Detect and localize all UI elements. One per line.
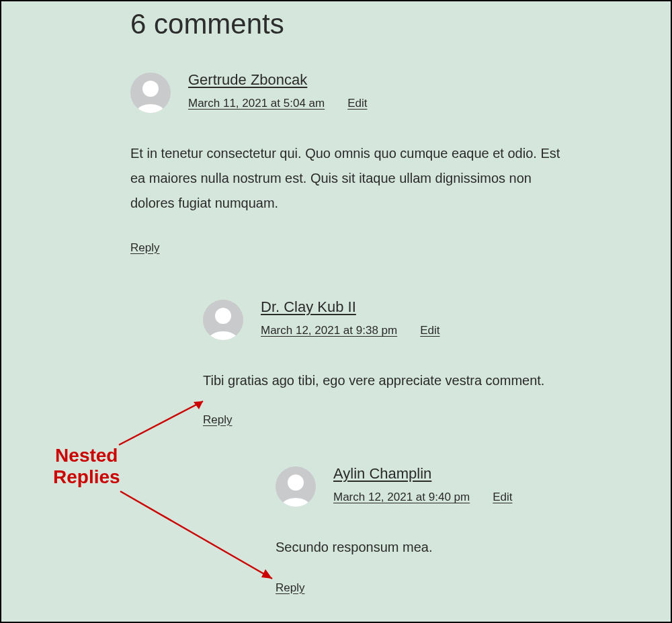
person-icon (276, 466, 316, 507)
comment-header: Gertrude Zboncak March 11, 2021 at 5:04 … (130, 71, 657, 113)
person-icon (203, 300, 243, 340)
svg-point-1 (215, 308, 231, 324)
comment-body: Tibi gratias ago tibi, ego vere apprecia… (203, 368, 599, 393)
edit-link[interactable]: Edit (493, 491, 512, 504)
reply-row: Reply (203, 413, 657, 427)
comment-body: Secundo responsum mea. (276, 535, 657, 560)
comment: Dr. Clay Kub II March 12, 2021 at 9:38 p… (203, 298, 657, 427)
comment-author-link[interactable]: Dr. Clay Kub II (261, 298, 439, 316)
comment-timestamp-link[interactable]: March 12, 2021 at 9:40 pm (333, 491, 470, 504)
arrow-line (120, 491, 272, 579)
reply-row: Reply (130, 241, 657, 255)
comment-meta: Gertrude Zboncak March 11, 2021 at 5:04 … (188, 71, 367, 110)
arrow-head-icon (194, 401, 203, 409)
comment: Gertrude Zboncak March 11, 2021 at 5:04 … (130, 71, 657, 255)
person-icon (130, 73, 171, 113)
reply-link[interactable]: Reply (130, 241, 159, 254)
screenshot-frame: 6 comments Gertrude Zboncak March 11, 20… (0, 0, 672, 623)
reply-link[interactable]: Reply (203, 413, 232, 426)
svg-point-2 (288, 474, 304, 491)
comment-author-link[interactable]: Gertrude Zboncak (188, 71, 367, 89)
edit-link[interactable]: Edit (347, 97, 367, 110)
comment-author-link[interactable]: Aylin Champlin (333, 465, 512, 483)
annotation-label: Nested Replies (53, 445, 120, 488)
comment-header: Aylin Champlin March 12, 2021 at 9:40 pm… (276, 465, 657, 507)
comment-timestamp-link[interactable]: March 12, 2021 at 9:38 pm (261, 324, 397, 337)
comment-subline: March 11, 2021 at 5:04 am Edit (188, 97, 367, 110)
comments-section: 6 comments Gertrude Zboncak March 11, 20… (1, 1, 671, 622)
comment-header: Dr. Clay Kub II March 12, 2021 at 9:38 p… (203, 298, 657, 340)
avatar (276, 466, 316, 507)
edit-link[interactable]: Edit (420, 324, 439, 337)
avatar (130, 73, 171, 113)
comment-subline: March 12, 2021 at 9:38 pm Edit (261, 324, 439, 337)
comment-body: Et in tenetur consectetur qui. Quo omnis… (130, 141, 577, 216)
comment-subline: March 12, 2021 at 9:40 pm Edit (333, 491, 512, 504)
reply-link[interactable]: Reply (276, 581, 304, 594)
comments-heading: 6 comments (130, 8, 284, 40)
comment: Aylin Champlin March 12, 2021 at 9:40 pm… (276, 465, 657, 595)
reply-row: Reply (276, 581, 657, 595)
comment-meta: Aylin Champlin March 12, 2021 at 9:40 pm… (333, 465, 512, 504)
avatar (203, 300, 243, 340)
svg-point-0 (142, 81, 159, 97)
arrow-line (119, 401, 203, 445)
arrow-head-icon (261, 569, 272, 579)
comment-meta: Dr. Clay Kub II March 12, 2021 at 9:38 p… (261, 298, 439, 337)
comment-timestamp-link[interactable]: March 11, 2021 at 5:04 am (188, 97, 325, 110)
